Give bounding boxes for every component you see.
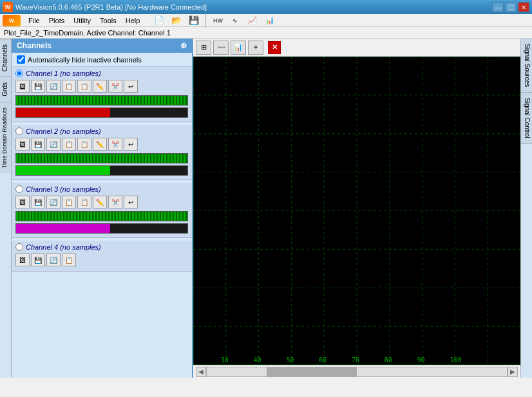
menu-file[interactable]: File <box>24 15 44 26</box>
ch3-btn-7[interactable]: ✂️ <box>108 196 122 208</box>
ch1-color-fill <box>16 108 110 117</box>
ch3-btn-5[interactable]: 📋 <box>77 196 91 208</box>
channel-2-toolbar: 🖼 💾 🔄 📋 📋 ✏️ ✂️ ↩ <box>15 138 188 151</box>
auto-hide-label: Automatically hide inactive channels <box>28 56 142 64</box>
ch2-btn-2[interactable]: 💾 <box>31 138 45 151</box>
channel-4-radio[interactable] <box>15 243 23 251</box>
sidebar-tab-signal-control[interactable]: Signal Control <box>521 93 532 144</box>
hscroll-left[interactable]: ◀ <box>196 367 206 377</box>
ch2-btn-6[interactable]: ✏️ <box>93 138 107 151</box>
statusbar-top: Plot_File_2_TimeDomain, Active Channel: … <box>0 27 532 39</box>
ch1-btn-3[interactable]: 🔄 <box>46 80 61 93</box>
menu-help[interactable]: Help <box>122 15 144 26</box>
menubar: W File Plots Utility Tools Help 📄 📂 💾 HW… <box>0 14 532 27</box>
ch3-btn-8[interactable]: ↩ <box>124 196 138 208</box>
ch1-color-bar <box>15 107 188 118</box>
channel-1-title: Channel 1 (no samples) <box>26 69 101 77</box>
ch2-btn-3[interactable]: 🔄 <box>46 138 61 151</box>
hscroll-track[interactable] <box>206 367 508 377</box>
maximize-button[interactable]: ☐ <box>505 2 517 12</box>
channels-scroll[interactable]: Channel 1 (no samples) 🖼 💾 🔄 📋 📋 ✏️ ✂️ ↩ <box>12 67 192 378</box>
plot-toolbar: ⊞ 〰 📊 ⌖ ✕ <box>193 39 520 57</box>
ch1-btn-4[interactable]: 📋 <box>62 80 76 93</box>
toolbar-wave[interactable]: ∿ <box>227 13 243 28</box>
channels-title: Channels <box>17 41 52 50</box>
plot-canvas <box>193 57 520 365</box>
ch2-btn-5[interactable]: 📋 <box>77 138 91 151</box>
ch2-btn-7[interactable]: ✂️ <box>108 138 122 151</box>
ch3-progress-fill <box>16 212 187 221</box>
sidebar-tab-signal-sources[interactable]: Signal Sources <box>521 39 532 93</box>
sidebar-tab-timedomain[interactable]: Time Domain Readouts <box>0 102 11 173</box>
ch1-btn-5[interactable]: 📋 <box>77 80 91 93</box>
close-button[interactable]: ✕ <box>518 2 529 12</box>
plot-btn-2[interactable]: 〰 <box>213 41 229 55</box>
ch2-btn-4[interactable]: 📋 <box>62 138 76 151</box>
channel-2-radio[interactable] <box>15 127 23 135</box>
left-sidebar: Channels Grds Time Domain Readouts <box>0 39 12 378</box>
ch4-btn-3[interactable]: 🔄 <box>46 254 61 266</box>
ch2-btn-8[interactable]: ↩ <box>124 138 138 151</box>
channel-1-toolbar: 🖼 💾 🔄 📋 📋 ✏️ ✂️ ↩ <box>15 80 188 93</box>
channel-3-toolbar: 🖼 💾 🔄 📋 📋 ✏️ ✂️ ↩ <box>15 196 188 208</box>
app-logo: W <box>3 15 21 26</box>
window-title: WaveVision5.0.6.465 (P2R1 Beta) [No Hard… <box>15 3 207 11</box>
menu-utility[interactable]: Utility <box>70 15 95 26</box>
auto-hide-row: Automatically hide inactive channels <box>12 53 192 67</box>
toolbar-open[interactable]: 📂 <box>169 13 184 28</box>
grid-canvas <box>193 57 520 365</box>
channel-3-header: Channel 3 (no samples) <box>15 185 188 193</box>
plot-bottom-bar: ◀ ▶ <box>193 365 520 378</box>
channel-4-item: Channel 4 (no samples) 🖼 💾 🔄 📋 <box>12 241 192 272</box>
ch3-btn-4[interactable]: 📋 <box>62 196 76 208</box>
sidebar-tab-channels[interactable]: Channels <box>0 39 11 77</box>
channel-1-radio[interactable] <box>15 69 23 77</box>
plot-close-button[interactable]: ✕ <box>268 41 281 54</box>
menu-plots[interactable]: Plots <box>45 15 68 26</box>
ch3-btn-2[interactable]: 💾 <box>31 196 45 208</box>
plot-btn-1[interactable]: ⊞ <box>196 41 211 55</box>
ch4-btn-4[interactable]: 📋 <box>62 254 76 266</box>
minimize-button[interactable]: — <box>492 2 504 12</box>
titlebar-left: W WaveVision5.0.6.465 (P2R1 Beta) [No Ha… <box>3 2 207 12</box>
toolbar-new[interactable]: 📄 <box>151 13 167 28</box>
toolbar-signal[interactable]: 📊 <box>262 13 278 28</box>
ch1-progress-fill <box>16 96 187 105</box>
plot-btn-4[interactable]: ⌖ <box>248 41 263 55</box>
ch1-btn-8[interactable]: ↩ <box>124 80 138 93</box>
ch3-progress-bar <box>15 211 188 221</box>
ch1-progress-bar <box>15 95 188 106</box>
ch3-btn-6[interactable]: ✏️ <box>93 196 107 208</box>
app-icon: W <box>3 2 13 12</box>
channel-4-title: Channel 4 (no samples) <box>26 243 101 251</box>
ch1-btn-6[interactable]: ✏️ <box>93 80 107 93</box>
ch3-color-bar <box>15 223 188 234</box>
ch1-btn-1[interactable]: 🖼 <box>15 80 30 93</box>
channel-2-item: Channel 2 (no samples) 🖼 💾 🔄 📋 📋 ✏️ ✂️ ↩ <box>12 125 192 180</box>
ch3-btn-1[interactable]: 🖼 <box>15 196 30 208</box>
auto-hide-checkbox[interactable] <box>17 55 25 64</box>
ch3-btn-3[interactable]: 🔄 <box>46 196 61 208</box>
sidebar-tab-grds[interactable]: Grds <box>0 77 11 102</box>
channels-pin[interactable]: ⊕ <box>180 41 187 50</box>
plot-btn-3[interactable]: 📊 <box>231 41 246 55</box>
ch1-btn-7[interactable]: ✂️ <box>108 80 122 93</box>
ch2-color-fill <box>16 166 110 175</box>
menu-tools[interactable]: Tools <box>96 15 120 26</box>
ch2-btn-1[interactable]: 🖼 <box>15 138 30 151</box>
channel-4-header: Channel 4 (no samples) <box>15 243 188 251</box>
toolbar-chart[interactable]: 📈 <box>245 13 260 28</box>
plot-area: ⊞ 〰 📊 ⌖ ✕ ◀ ▶ <box>193 39 520 378</box>
channels-header: Channels ⊕ <box>12 39 192 53</box>
toolbar-save[interactable]: 💾 <box>186 13 202 28</box>
hscroll-right[interactable]: ▶ <box>508 367 518 377</box>
ch2-color-bar <box>15 165 188 176</box>
active-channel-status: Plot_File_2_TimeDomain, Active Channel: … <box>4 29 171 37</box>
ch1-btn-2[interactable]: 💾 <box>31 80 45 93</box>
ch4-btn-2[interactable]: 💾 <box>31 254 45 266</box>
toolbar-hw[interactable]: HW <box>210 13 225 28</box>
ch4-btn-1[interactable]: 🖼 <box>15 254 30 266</box>
channel-2-header: Channel 2 (no samples) <box>15 127 188 135</box>
titlebar-controls[interactable]: — ☐ ✕ <box>492 2 529 12</box>
channel-3-radio[interactable] <box>15 185 23 193</box>
